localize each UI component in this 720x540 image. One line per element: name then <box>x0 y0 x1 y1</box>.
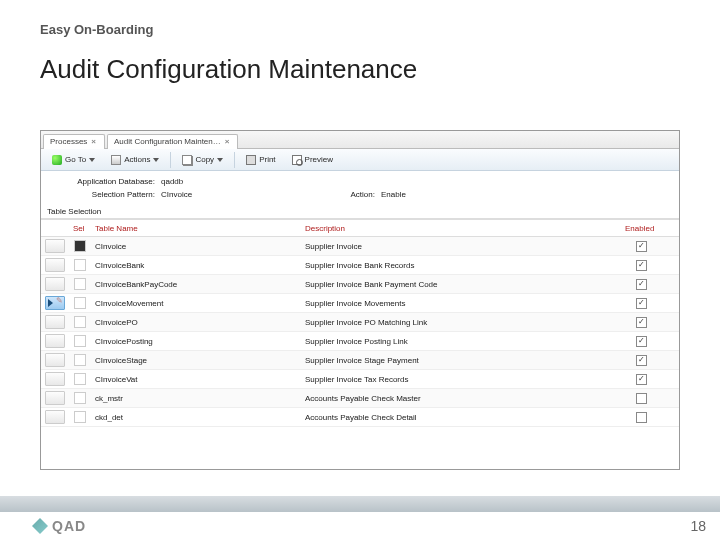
pattern-label: Selection Pattern: <box>51 190 161 199</box>
table-row[interactable]: ck_mstrAccounts Payable Check Master <box>41 389 679 408</box>
row-handle[interactable] <box>45 258 65 272</box>
table-row[interactable]: CInvoiceBankSupplier Invoice Bank Record… <box>41 256 679 275</box>
toolbar-separator <box>234 152 235 168</box>
copy-button[interactable]: Copy <box>175 151 230 169</box>
table-row[interactable]: CInvoicePOSupplier Invoice PO Matching L… <box>41 313 679 332</box>
preview-button[interactable]: Preview <box>285 151 340 169</box>
section-header: Table Selection <box>41 203 679 219</box>
table-row[interactable]: CInvoiceBankPayCodeSupplier Invoice Bank… <box>41 275 679 294</box>
enabled-checkbox[interactable] <box>636 279 647 290</box>
copy-label: Copy <box>195 155 214 164</box>
row-handle[interactable] <box>45 239 65 253</box>
cell-table-name: CInvoiceBank <box>91 261 301 270</box>
footer-bar <box>0 496 720 512</box>
row-handle[interactable] <box>45 372 65 386</box>
close-icon[interactable]: × <box>91 137 96 146</box>
sel-checkbox[interactable] <box>74 373 86 385</box>
row-handle[interactable] <box>45 315 65 329</box>
sel-checkbox[interactable] <box>74 316 86 328</box>
cell-description: Accounts Payable Check Detail <box>301 413 621 422</box>
cell-table-name: ckd_det <box>91 413 301 422</box>
sel-checkbox[interactable] <box>74 392 86 404</box>
actions-button[interactable]: Actions <box>104 151 166 169</box>
enabled-checkbox[interactable] <box>636 412 647 423</box>
cell-description: Supplier Invoice Posting Link <box>301 337 621 346</box>
preview-icon <box>292 155 302 165</box>
enabled-checkbox[interactable] <box>636 355 647 366</box>
table-row[interactable]: CInvoiceMovementSupplier Invoice Movemen… <box>41 294 679 313</box>
qad-text: QAD <box>52 518 86 534</box>
row-handle[interactable] <box>45 410 65 424</box>
tab-processes[interactable]: Processes × <box>43 134 105 149</box>
row-handle[interactable] <box>45 353 65 367</box>
app-window: Processes × Audit Configuration Mainten…… <box>40 130 680 470</box>
enabled-checkbox[interactable] <box>636 298 647 309</box>
cell-table-name: CInvoicePosting <box>91 337 301 346</box>
sel-checkbox[interactable] <box>74 240 86 252</box>
enabled-checkbox[interactable] <box>636 317 647 328</box>
goto-icon <box>52 155 62 165</box>
table-row[interactable]: ckd_detAccounts Payable Check Detail <box>41 408 679 427</box>
cell-description: Supplier Invoice PO Matching Link <box>301 318 621 327</box>
enabled-checkbox[interactable] <box>636 374 647 385</box>
enabled-checkbox[interactable] <box>636 336 647 347</box>
goto-label: Go To <box>65 155 86 164</box>
db-value: qaddb <box>161 177 291 186</box>
col-desc[interactable]: Description <box>301 224 621 233</box>
print-button[interactable]: Print <box>239 151 282 169</box>
row-handle[interactable] <box>45 277 65 291</box>
row-handle[interactable] <box>45 296 65 310</box>
db-label: Application Database: <box>51 177 161 186</box>
goto-button[interactable]: Go To <box>45 151 102 169</box>
cell-table-name: CInvoice <box>91 242 301 251</box>
cell-description: Supplier Invoice Bank Records <box>301 261 621 270</box>
cell-description: Supplier Invoice <box>301 242 621 251</box>
print-label: Print <box>259 155 275 164</box>
col-enabled[interactable]: Enabled <box>621 224 661 233</box>
sel-checkbox[interactable] <box>74 297 86 309</box>
col-name[interactable]: Table Name <box>91 224 301 233</box>
table-row[interactable]: CInvoiceVatSupplier Invoice Tax Records <box>41 370 679 389</box>
cell-description: Supplier Invoice Movements <box>301 299 621 308</box>
actions-label: Actions <box>124 155 150 164</box>
cell-description: Supplier Invoice Stage Payment <box>301 356 621 365</box>
table-selection-grid: Sel Table Name Description Enabled CInvo… <box>41 219 679 427</box>
slide-eyebrow: Easy On-Boarding <box>40 22 153 37</box>
cell-description: Supplier Invoice Tax Records <box>301 375 621 384</box>
pattern-value[interactable]: CInvoice <box>161 190 291 199</box>
grid-header: Sel Table Name Description Enabled <box>41 219 679 237</box>
tab-label: Processes <box>50 137 87 146</box>
action-label: Action: <box>291 190 381 199</box>
table-row[interactable]: CInvoiceSupplier Invoice <box>41 237 679 256</box>
chevron-down-icon <box>217 158 223 162</box>
sel-checkbox[interactable] <box>74 278 86 290</box>
cell-table-name: CInvoicePO <box>91 318 301 327</box>
slide-title: Audit Configuration Maintenance <box>40 54 417 85</box>
qad-mark-icon <box>32 518 48 534</box>
cell-description: Accounts Payable Check Master <box>301 394 621 403</box>
sel-checkbox[interactable] <box>74 354 86 366</box>
page-number: 18 <box>690 518 706 534</box>
chevron-down-icon <box>89 158 95 162</box>
tab-label: Audit Configuration Mainten… <box>114 137 221 146</box>
enabled-checkbox[interactable] <box>636 260 647 271</box>
table-row[interactable]: CInvoicePostingSupplier Invoice Posting … <box>41 332 679 351</box>
preview-label: Preview <box>305 155 333 164</box>
row-handle[interactable] <box>45 334 65 348</box>
print-icon <box>246 155 256 165</box>
chevron-down-icon <box>153 158 159 162</box>
row-handle[interactable] <box>45 391 65 405</box>
col-sel[interactable]: Sel <box>69 224 91 233</box>
sel-checkbox[interactable] <box>74 335 86 347</box>
close-icon[interactable]: × <box>225 137 230 146</box>
action-value[interactable]: Enable <box>381 190 511 199</box>
cell-table-name: CInvoiceVat <box>91 375 301 384</box>
cell-table-name: CInvoiceStage <box>91 356 301 365</box>
enabled-checkbox[interactable] <box>636 241 647 252</box>
enabled-checkbox[interactable] <box>636 393 647 404</box>
sel-checkbox[interactable] <box>74 259 86 271</box>
copy-icon <box>182 155 192 165</box>
sel-checkbox[interactable] <box>74 411 86 423</box>
table-row[interactable]: CInvoiceStageSupplier Invoice Stage Paym… <box>41 351 679 370</box>
tab-audit-config[interactable]: Audit Configuration Mainten… × <box>107 134 238 149</box>
